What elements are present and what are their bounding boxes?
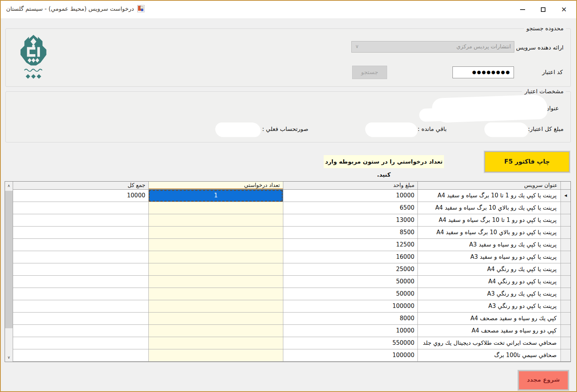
- row-header-cell[interactable]: [560, 288, 570, 300]
- row-header-cell[interactable]: [560, 337, 570, 349]
- maximize-button[interactable]: [539, 4, 548, 15]
- unit-price-cell[interactable]: 8500: [283, 227, 417, 239]
- service-cell[interactable]: پرينت يا كپي دو رو بالاي 10 برگ سياه و س…: [417, 227, 560, 239]
- qty-cell[interactable]: [148, 325, 283, 337]
- row-header-cell[interactable]: ◀: [560, 190, 570, 202]
- unit-price-column-header[interactable]: مبلغ واحد: [283, 182, 417, 190]
- total-column-header[interactable]: جمع كل: [13, 182, 148, 190]
- qty-cell[interactable]: [148, 214, 283, 227]
- unit-price-cell[interactable]: 10000: [283, 325, 417, 337]
- total-cell[interactable]: [13, 239, 148, 251]
- service-cell[interactable]: پرينت يا كپي دو رو رنگي A4: [417, 276, 560, 288]
- table-body: ◀ پرينت يا كپي يك رو 1 تا 10 برگ سياه و …: [13, 190, 570, 362]
- row-header-cell[interactable]: [560, 276, 570, 288]
- print-invoice-button[interactable]: چاپ فاكتور F5: [484, 151, 570, 172]
- total-cell[interactable]: [13, 313, 148, 325]
- qty-cell[interactable]: [148, 239, 283, 251]
- qty-column-header[interactable]: تعداد درخواستي: [148, 182, 283, 190]
- search-button[interactable]: جستجو: [352, 66, 387, 79]
- service-cell[interactable]: پرينت يا كپي دو رو سياه و سفيد A3: [417, 251, 560, 263]
- row-header-cell[interactable]: [560, 263, 570, 276]
- qty-cell[interactable]: [148, 300, 283, 313]
- row-header-cell[interactable]: [560, 227, 570, 239]
- table-row: پرينت يا كپي دو رو بالاي 10 برگ سياه و س…: [13, 227, 570, 239]
- row-header-cell[interactable]: [560, 313, 570, 325]
- scrollbar-thumb[interactable]: [5, 191, 13, 328]
- qty-cell[interactable]: [148, 349, 283, 362]
- unit-price-cell[interactable]: 550000: [283, 337, 417, 349]
- service-cell[interactable]: صحافي سيمي تا100 برگ: [417, 349, 560, 362]
- minimize-button[interactable]: [518, 4, 527, 15]
- total-cell[interactable]: [13, 214, 148, 227]
- service-column-header[interactable]: عنوان سرويس: [417, 182, 560, 190]
- row-marker-icon: ◀: [564, 194, 567, 197]
- redacted-credit-total-value: [484, 122, 528, 137]
- row-header-cell[interactable]: [560, 202, 570, 214]
- service-cell[interactable]: صحافي سخت ايراني تخت طلاكوب ديجيتال يك ر…: [417, 337, 560, 349]
- table-row: كپي دو رو سياه و سفيد مصحف A4 10000: [13, 325, 570, 337]
- unit-price-cell[interactable]: 25000: [283, 263, 417, 276]
- current-invoice-label: صورتحساب فعلي :: [262, 126, 308, 132]
- total-cell[interactable]: [13, 337, 148, 349]
- service-cell[interactable]: پرينت يا كپي يك رو رنگي A4: [417, 263, 560, 276]
- service-cell[interactable]: پرينت يا كپي يك رو رنگي A3: [417, 288, 560, 300]
- total-cell[interactable]: [13, 288, 148, 300]
- unit-price-cell[interactable]: 100000: [283, 349, 417, 362]
- row-header-cell[interactable]: [560, 325, 570, 337]
- row-header-cell[interactable]: [560, 239, 570, 251]
- qty-cell[interactable]: [148, 276, 283, 288]
- total-cell[interactable]: [13, 202, 148, 214]
- scroll-up-icon[interactable]: ∧: [5, 183, 13, 189]
- total-cell[interactable]: [13, 276, 148, 288]
- unit-price-cell[interactable]: 8000: [283, 313, 417, 325]
- credit-code-input[interactable]: ●●●●●●●●: [452, 66, 514, 78]
- unit-price-cell[interactable]: 100000: [283, 300, 417, 313]
- service-provider-dropdown[interactable]: انتشارات پرديس مركزي ∨: [351, 41, 514, 53]
- total-cell[interactable]: [13, 349, 148, 362]
- unit-price-cell[interactable]: 12500: [283, 239, 417, 251]
- service-cell[interactable]: كپي دو رو سياه و سفيد مصحف A4: [417, 325, 560, 337]
- qty-cell[interactable]: [148, 337, 283, 349]
- qty-cell[interactable]: [148, 227, 283, 239]
- qty-cell[interactable]: [148, 251, 283, 263]
- total-cell[interactable]: [13, 325, 148, 337]
- service-cell[interactable]: پرينت يا كپي يك رو بالاي 10 برگ سياه و س…: [417, 202, 560, 214]
- chevron-down-icon: ∨: [355, 43, 359, 49]
- row-header-cell[interactable]: [560, 214, 570, 227]
- service-cell[interactable]: پرينت يا كپي دو رو 1 تا 10 برگ سياه و سف…: [417, 214, 560, 227]
- qty-cell[interactable]: [148, 202, 283, 214]
- service-cell[interactable]: پرينت يا كپي يك رو 1 تا 10 برگ سياه و سف…: [417, 190, 560, 202]
- total-cell[interactable]: [13, 227, 148, 239]
- row-header-cell[interactable]: [560, 300, 570, 313]
- row-header-cell[interactable]: [560, 349, 570, 362]
- row-header-column-header: [560, 182, 570, 190]
- total-cell[interactable]: 10000: [13, 190, 148, 202]
- table-row: پرينت يا كپي يك رو رنگي A4 25000: [13, 263, 570, 276]
- table-row: پرينت يا كپي دو رو 1 تا 10 برگ سياه و سف…: [13, 214, 570, 227]
- restart-button[interactable]: شروع مجدد: [518, 370, 569, 390]
- total-cell[interactable]: [13, 251, 148, 263]
- unit-price-cell[interactable]: 10000: [283, 190, 417, 202]
- close-button[interactable]: ✕: [559, 4, 569, 15]
- unit-price-cell[interactable]: 16000: [283, 251, 417, 263]
- unit-price-cell[interactable]: 50000: [283, 288, 417, 300]
- unit-price-cell[interactable]: 13000: [283, 214, 417, 227]
- total-cell[interactable]: [13, 263, 148, 276]
- service-provider-value: انتشارات پرديس مركزي: [456, 43, 511, 50]
- unit-price-cell[interactable]: 6500: [283, 202, 417, 214]
- qty-cell[interactable]: [148, 263, 283, 276]
- service-cell[interactable]: پرينت يا كپي دو رو رنگي A3: [417, 300, 560, 313]
- scroll-down-icon[interactable]: ∨: [5, 355, 13, 360]
- qty-cell[interactable]: 1: [148, 190, 283, 202]
- qty-cell[interactable]: [148, 288, 283, 300]
- service-cell[interactable]: پرينت يا كپي يك رو سياه و سفيد A3: [417, 239, 560, 251]
- university-logo-icon: [16, 34, 51, 83]
- service-cell[interactable]: كپي يك رو سياه و سفيد مصحف A4: [417, 313, 560, 325]
- unit-price-cell[interactable]: 50000: [283, 276, 417, 288]
- vertical-scrollbar[interactable]: ∧ ∨: [5, 182, 13, 362]
- row-header-cell[interactable]: [560, 251, 570, 263]
- title-group: درخواست سرويس (محيط عمومي) - سيستم گلستا…: [6, 5, 145, 12]
- qty-cell[interactable]: [148, 313, 283, 325]
- total-cell[interactable]: [13, 300, 148, 313]
- table-row: پرينت يا كپي دو رو سياه و سفيد A3 16000: [13, 251, 570, 263]
